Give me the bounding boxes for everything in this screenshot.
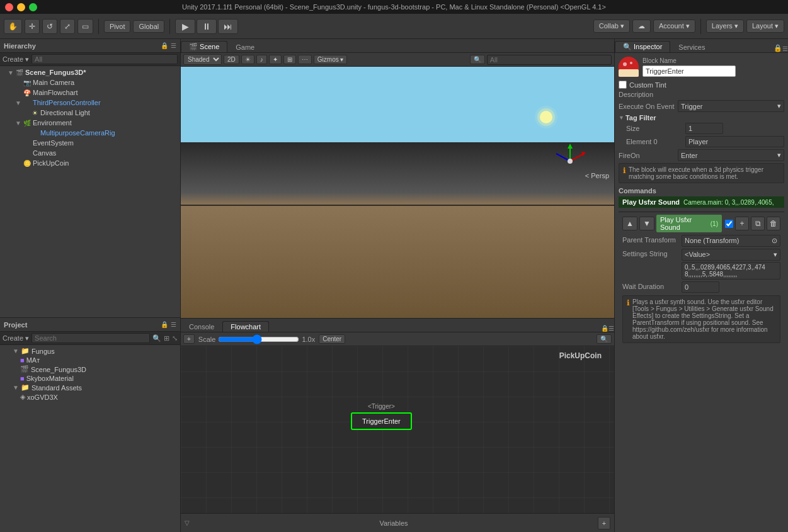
scene-search-input[interactable] bbox=[487, 55, 612, 65]
fx-icon[interactable]: ✦ bbox=[269, 55, 282, 64]
custom-tint-checkbox[interactable] bbox=[619, 81, 627, 89]
add-node-button[interactable]: + bbox=[183, 334, 195, 344]
project-item-xo[interactable]: ◈ xoGVD3X bbox=[0, 392, 180, 402]
inspector-menu-icon[interactable]: ☰ bbox=[782, 45, 788, 52]
execute-event-label: Execute On Event bbox=[619, 103, 675, 110]
project-standard-label: Standard Assets bbox=[31, 384, 82, 392]
scale-tool-icon[interactable]: ⤢ bbox=[60, 19, 75, 34]
pivot-button[interactable]: Pivot bbox=[104, 20, 130, 33]
hierarchy-item-pickupcoin[interactable]: 🪙 PickUpCoin bbox=[0, 158, 180, 168]
settings-string-dropdown[interactable]: <Value> ▾ bbox=[682, 249, 780, 261]
project-lock-icon[interactable]: 🔒 bbox=[161, 321, 168, 328]
wait-duration-input[interactable] bbox=[682, 281, 719, 293]
close-button[interactable] bbox=[5, 3, 13, 11]
project-view-icon[interactable]: ⊞ bbox=[164, 334, 169, 342]
tab-scene[interactable]: 🎬 Scene bbox=[181, 41, 227, 52]
project-search-input[interactable] bbox=[31, 333, 150, 343]
2d-button[interactable]: 2D bbox=[224, 55, 239, 64]
add-variable-button[interactable]: + bbox=[598, 517, 610, 529]
hierarchy-menu-icon[interactable]: ☰ bbox=[171, 42, 176, 49]
project-menu-icon[interactable]: ☰ bbox=[171, 321, 176, 328]
tab-flowchart[interactable]: Flowchart bbox=[222, 321, 269, 332]
project-create-label[interactable]: Create ▾ bbox=[3, 334, 29, 342]
collab-button[interactable]: Collab ▾ bbox=[593, 20, 630, 33]
bottom-lock-icon[interactable]: 🔒 bbox=[601, 325, 608, 332]
flowchart-node[interactable]: <Trigger> TriggerEnter bbox=[351, 403, 412, 430]
gizmos-btn[interactable]: Gizmos ▾ bbox=[314, 55, 348, 64]
hierarchy-item-scene[interactable]: ▼ 🎬 Scene_Fungus3D* bbox=[0, 67, 180, 77]
flowchart-search-icon[interactable]: 🔍 bbox=[597, 334, 612, 344]
pause-button[interactable]: ⏸ bbox=[197, 19, 217, 34]
tab-services[interactable]: Services bbox=[670, 42, 713, 52]
hierarchy-item-eventsystem[interactable]: EventSystem bbox=[0, 138, 180, 148]
cmd-down-button[interactable]: ▼ bbox=[639, 217, 654, 230]
move-tool-icon[interactable]: ✛ bbox=[25, 19, 40, 34]
rotate-tool-icon[interactable]: ↺ bbox=[42, 19, 57, 34]
lighting-icon[interactable]: ☀ bbox=[241, 55, 254, 64]
tab-inspector[interactable]: 🔍 Inspector bbox=[615, 41, 670, 52]
layers-dropdown[interactable]: Layers ▾ bbox=[706, 20, 744, 33]
bottom-menu-icon[interactable]: ☰ bbox=[608, 325, 614, 332]
coin-icon: 🪙 bbox=[23, 159, 31, 167]
scene-game-tabbar: 🎬 Scene Game bbox=[181, 39, 614, 53]
scene-view-icon[interactable]: ⊞ bbox=[283, 55, 296, 64]
description-label: Description bbox=[619, 91, 675, 98]
hierarchy-item-dirlight[interactable]: ☀ Directional Light bbox=[0, 108, 180, 118]
project-resize-icon[interactable]: ⤡ bbox=[172, 334, 178, 342]
element0-input[interactable] bbox=[685, 136, 784, 147]
block-name-input[interactable] bbox=[642, 65, 736, 77]
scene-gizmo[interactable] bbox=[551, 142, 589, 174]
cmd-delete-button[interactable]: 🗑 bbox=[767, 217, 780, 230]
hierarchy-item-thirdperson[interactable]: ▼ ThirdPersonController bbox=[0, 98, 180, 108]
hierarchy-item-environment[interactable]: ▼ 🌿 Environment bbox=[0, 118, 180, 128]
parent-transform-dot-icon: ⊙ bbox=[772, 237, 777, 245]
cmd-add-button[interactable]: + bbox=[735, 217, 749, 230]
trigger-info-box: ℹ The block will execute when a 3d physi… bbox=[619, 163, 784, 183]
cmd-up-button[interactable]: ▲ bbox=[622, 217, 637, 230]
cloud-button[interactable]: ☁ bbox=[632, 20, 651, 33]
scene-viewport[interactable]: < Persp bbox=[181, 67, 614, 318]
hierarchy-create-label[interactable]: Create ▾ bbox=[3, 55, 29, 64]
account-button[interactable]: Account ▾ bbox=[653, 20, 695, 33]
project-title: Project bbox=[4, 321, 158, 329]
project-item-skybox[interactable]: ■ SkyboxMaterial bbox=[0, 374, 180, 383]
step-button[interactable]: ⏭ bbox=[218, 19, 238, 34]
command-item-play-usfxr[interactable]: Play Usfxr Sound Camera.main: 0, 3,,.028… bbox=[619, 196, 784, 208]
scene-search-icon[interactable]: 🔍 bbox=[470, 55, 485, 64]
hierarchy-item-mainflowchart[interactable]: 🍄 MainFlowchart bbox=[0, 88, 180, 98]
scene-icon: 🎬 bbox=[15, 68, 24, 77]
audio-icon[interactable]: ♪ bbox=[256, 55, 267, 64]
hierarchy-lock-icon[interactable]: 🔒 bbox=[161, 42, 168, 49]
node-box[interactable]: TriggerEnter bbox=[351, 412, 412, 430]
hierarchy-item-camrig[interactable]: MultipurposeCameraRig bbox=[0, 128, 180, 138]
size-input[interactable] bbox=[685, 123, 723, 134]
hierarchy-item-maincamera[interactable]: 📷 Main Camera bbox=[0, 77, 180, 88]
scale-slider[interactable] bbox=[218, 334, 299, 344]
flowchart-canvas[interactable]: PickUpCoin <Trigger> TriggerEnter bbox=[181, 346, 614, 513]
tab-console[interactable]: Console bbox=[181, 321, 222, 332]
cmd-copy-button[interactable]: ⧉ bbox=[751, 217, 765, 230]
project-item-standard[interactable]: ▼ 📁 Standard Assets bbox=[0, 383, 180, 392]
project-item-fungus[interactable]: ▼ 📁 Fungus bbox=[0, 346, 180, 356]
tab-game[interactable]: Game bbox=[227, 42, 263, 52]
rect-tool-icon[interactable]: ▭ bbox=[77, 19, 93, 34]
project-item-mat[interactable]: ■ MAт bbox=[0, 356, 180, 365]
flowchart-title: PickUpCoin bbox=[559, 351, 602, 360]
fireon-dropdown[interactable]: Enter ▾ bbox=[678, 149, 784, 161]
hierarchy-search-input[interactable] bbox=[31, 54, 178, 64]
global-button[interactable]: Global bbox=[133, 20, 164, 33]
play-button[interactable]: ▶ bbox=[175, 19, 195, 34]
maximize-button[interactable] bbox=[29, 3, 37, 11]
parent-transform-dropdown[interactable]: None (Transform) ⊙ bbox=[682, 235, 780, 247]
cmd-enabled-checkbox[interactable] bbox=[725, 220, 733, 228]
inspector-lock-icon[interactable]: 🔒 bbox=[774, 44, 782, 52]
hand-tool-icon[interactable]: ✋ bbox=[4, 19, 22, 34]
layout-dropdown[interactable]: Layout ▾ bbox=[746, 20, 784, 33]
scene-extra-icon[interactable]: ⋯ bbox=[298, 55, 312, 64]
hierarchy-item-canvas[interactable]: Canvas bbox=[0, 148, 180, 158]
center-button[interactable]: Center bbox=[319, 334, 345, 344]
execute-event-dropdown[interactable]: Trigger ▾ bbox=[678, 100, 784, 112]
shading-dropdown[interactable]: Shaded bbox=[183, 54, 222, 65]
minimize-button[interactable] bbox=[17, 3, 25, 11]
project-item-scene[interactable]: 🎬 Scene_Fungus3D bbox=[0, 365, 180, 374]
